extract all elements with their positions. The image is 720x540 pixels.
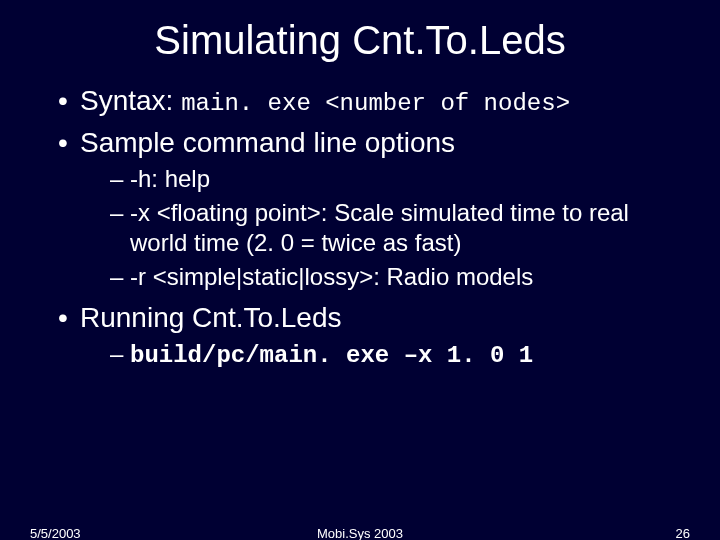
syntax-command: main. exe <number of nodes> — [181, 90, 570, 117]
sub-bullet-scale: -x <floating point>: Scale simulated tim… — [110, 198, 690, 258]
sub-bullet-running-cmd: build/pc/main. exe –x 1. 0 1 — [110, 339, 690, 371]
running-label: Running Cnt.To.Leds — [80, 302, 342, 333]
sub-bullet-radio: -r <simple|static|lossy>: Radio models — [110, 262, 690, 292]
running-command: build/pc/main. exe –x 1. 0 1 — [130, 342, 533, 369]
sub-bullet-list-options: -h: help -x <floating point>: Scale simu… — [80, 164, 690, 292]
slide: Simulating Cnt.To.Leds Syntax: main. exe… — [0, 0, 720, 540]
footer-page-number: 26 — [676, 526, 690, 540]
sub-bullet-list-running: build/pc/main. exe –x 1. 0 1 — [80, 339, 690, 371]
bullet-syntax: Syntax: main. exe <number of nodes> — [58, 83, 690, 119]
bullet-list: Syntax: main. exe <number of nodes> Samp… — [30, 83, 690, 371]
slide-title: Simulating Cnt.To.Leds — [0, 0, 720, 73]
syntax-label: Syntax: — [80, 85, 173, 116]
slide-body: Syntax: main. exe <number of nodes> Samp… — [0, 83, 720, 371]
sample-options-label: Sample command line options — [80, 127, 455, 158]
bullet-sample-options: Sample command line options -h: help -x … — [58, 125, 690, 292]
sub-bullet-help: -h: help — [110, 164, 690, 194]
footer-venue: Mobi.Sys 2003 — [0, 526, 720, 540]
bullet-running: Running Cnt.To.Leds build/pc/main. exe –… — [58, 300, 690, 371]
